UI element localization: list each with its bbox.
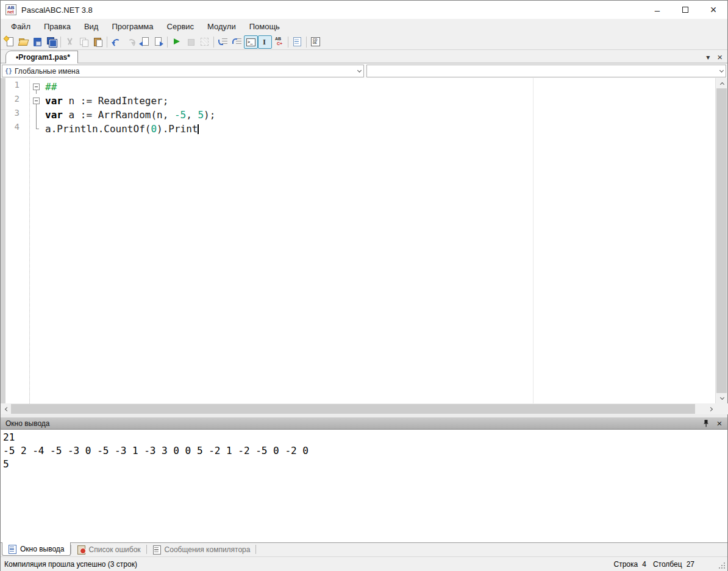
- goto-implementation-button[interactable]: [230, 35, 244, 49]
- bottom-tab-output-window[interactable]: Окно вывода: [2, 542, 71, 556]
- run-icon: [171, 37, 182, 47]
- code-template-button[interactable]: [309, 35, 323, 49]
- fold-minus-icon[interactable]: [33, 98, 40, 104]
- run-detached-button[interactable]: [198, 35, 212, 49]
- right-margin-guide: [533, 78, 534, 403]
- stop-button[interactable]: [184, 35, 198, 49]
- vertical-scrollbar[interactable]: [715, 78, 727, 403]
- title-bar: AB net PascalABC.NET 3.8 – ×: [1, 1, 727, 19]
- copy-button[interactable]: [77, 35, 91, 49]
- open-folder-button[interactable]: [16, 35, 30, 49]
- undo-button[interactable]: [109, 35, 123, 49]
- scroll-right-button[interactable]: [706, 403, 716, 414]
- close-icon: ×: [717, 418, 723, 428]
- pin-button[interactable]: [701, 418, 712, 429]
- tab-strip-controls: ▾ ×: [706, 52, 723, 62]
- minimize-icon: –: [655, 5, 660, 15]
- undo-icon: [111, 37, 121, 47]
- new-file-icon: [4, 37, 15, 47]
- tab-program1[interactable]: •Program1.pas*: [5, 51, 78, 63]
- line-number: 1: [5, 80, 29, 94]
- code-line: ##: [45, 80, 714, 94]
- page-arrow-fwd-button[interactable]: [151, 35, 165, 49]
- scroll-left-button[interactable]: [1, 403, 11, 414]
- code-lines[interactable]: ##var n := ReadInteger;var a := ArrRando…: [45, 80, 714, 136]
- toolbar-separator: [107, 37, 107, 48]
- new-file-button[interactable]: [2, 35, 16, 49]
- text-cursor-button[interactable]: [258, 35, 272, 49]
- horizontal-scroll-thumb[interactable]: [11, 404, 695, 414]
- window-controls: – ×: [643, 1, 727, 19]
- app-window: AB net PascalABC.NET 3.8 – × ФайлПравкаВ…: [0, 0, 728, 571]
- open-folder-icon: [18, 37, 29, 47]
- scope-combobox[interactable]: {} Глобальные имена: [2, 65, 364, 77]
- menu-item-7[interactable]: Помощь: [243, 19, 287, 34]
- page-arrow-back-button[interactable]: [137, 35, 151, 49]
- document-tab-strip: •Program1.pas* ▾ ×: [1, 50, 727, 63]
- menu-item-4[interactable]: Программа: [105, 19, 160, 34]
- code-editor[interactable]: 1234 ##var n := ReadInteger;var a := Arr…: [1, 78, 727, 403]
- menu-item-2[interactable]: Правка: [37, 19, 77, 34]
- vertical-scroll-thumb[interactable]: [716, 88, 727, 393]
- menu-item-6[interactable]: Модули: [201, 19, 243, 34]
- output-close-button[interactable]: ×: [714, 418, 725, 429]
- window-title: PascalABC.NET 3.8: [21, 5, 93, 15]
- bottom-tab-bar: Окно выводаСписок ошибокСообщения компил…: [1, 542, 727, 556]
- code-line: var a := ArrRandom(n, -5, 5);: [45, 108, 714, 122]
- save-button[interactable]: [30, 35, 45, 49]
- run-button[interactable]: [170, 35, 184, 49]
- save-all-icon: [46, 37, 57, 47]
- code-token: ).Print: [157, 123, 198, 135]
- menu-item-3[interactable]: Вид: [77, 19, 105, 34]
- member-combobox[interactable]: [366, 65, 726, 77]
- tab-close-icon[interactable]: ×: [717, 52, 723, 62]
- status-message: Компиляция прошла успешно (3 строк): [4, 560, 137, 569]
- code-token: var: [45, 95, 63, 107]
- code-token: );: [204, 109, 215, 121]
- menu-item-1[interactable]: Файл: [4, 19, 37, 34]
- menu-item-5[interactable]: Сервис: [160, 19, 201, 34]
- line-number: 3: [5, 108, 29, 122]
- close-button[interactable]: ×: [699, 1, 727, 19]
- console-window-button[interactable]: [244, 35, 258, 49]
- scroll-up-button[interactable]: [716, 78, 727, 88]
- abc-converter-button[interactable]: [272, 35, 286, 49]
- toolbar-separator: [60, 37, 61, 48]
- fold-guide: [30, 122, 45, 136]
- scroll-down-button[interactable]: [716, 393, 727, 403]
- paste-button[interactable]: [91, 35, 105, 49]
- chevron-down-icon: [719, 68, 724, 72]
- breakpoint-margin[interactable]: [1, 78, 5, 403]
- line-number: 2: [5, 94, 29, 108]
- tab-separator: [255, 545, 256, 554]
- bottom-tab-label: Окно вывода: [20, 545, 65, 553]
- line-label: Строка: [614, 560, 638, 569]
- maximize-button[interactable]: [671, 1, 699, 19]
- fold-toggle[interactable]: [30, 80, 45, 94]
- horizontal-scrollbar[interactable]: [1, 403, 716, 414]
- fold-minus-icon[interactable]: [33, 83, 40, 90]
- redo-button[interactable]: [123, 35, 137, 49]
- code-token: ,: [186, 109, 198, 121]
- bottom-tab-error-list[interactable]: Список ошибок: [71, 543, 146, 556]
- tab-list-dropdown-icon[interactable]: ▾: [706, 53, 710, 62]
- goto-definition-icon: [218, 37, 228, 47]
- resize-grip-icon[interactable]: [724, 567, 725, 569]
- code-token: var: [45, 109, 63, 121]
- status-bar: Компиляция прошла успешно (3 строк) Стро…: [1, 556, 727, 571]
- save-icon: [32, 37, 43, 47]
- bottom-tab-label: Сообщения компилятора: [165, 545, 251, 554]
- goto-definition-button[interactable]: [216, 35, 230, 49]
- minimize-button[interactable]: –: [643, 1, 671, 19]
- goto-implementation-icon: [232, 37, 242, 47]
- format-code-icon: [292, 37, 302, 47]
- bottom-tab-compiler-messages[interactable]: Сообщения компилятора: [147, 543, 256, 556]
- cut-button[interactable]: [63, 35, 77, 49]
- menu-bar: ФайлПравкаВидПрограммаСервисМодулиПомощь: [1, 19, 727, 34]
- format-code-button[interactable]: [290, 35, 304, 49]
- fold-toggle[interactable]: [30, 94, 45, 108]
- save-all-button[interactable]: [45, 35, 59, 49]
- error-list-icon: [77, 545, 86, 554]
- bottom-tab-label: Список ошибок: [89, 545, 141, 554]
- fold-guide: [30, 108, 45, 122]
